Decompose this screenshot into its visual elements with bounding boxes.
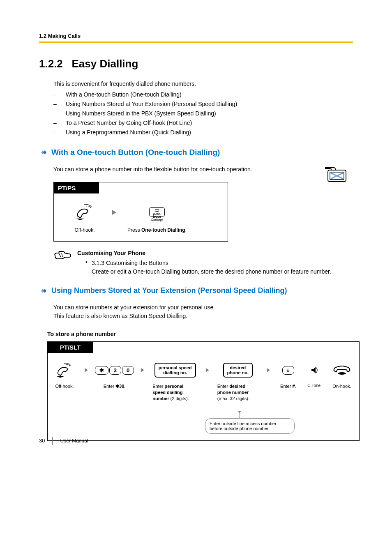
arrow-icon [205, 367, 210, 374]
procedure-title: To store a phone number [47, 331, 353, 337]
list-item: To a Preset Number by Going Off-hook (Ho… [53, 120, 353, 126]
arrow-icon [266, 367, 271, 374]
note-block: Customising Your Phone 3.1.3 Customising… [39, 250, 353, 276]
text-box-icon: desiredphone no. [217, 361, 258, 379]
one-touch-button-icon: (One-touchDialling) [126, 202, 188, 222]
step-caption: Enter ✱30. [96, 383, 133, 389]
footer-label: User Manual [60, 438, 88, 444]
zero-key: 0 [122, 366, 134, 375]
section-desc: You can store numbers at your extension … [39, 303, 353, 320]
svg-marker-13 [85, 368, 88, 372]
svg-marker-14 [141, 368, 144, 372]
bullet-dot [85, 259, 88, 276]
svg-marker-16 [267, 368, 270, 372]
svg-marker-1 [43, 150, 46, 154]
key-sequence-icon: ✱ 3 0 [96, 361, 133, 379]
diamond-icon [39, 288, 48, 294]
arrow-icon [140, 367, 145, 374]
svg-marker-19 [238, 411, 241, 413]
text-box-icon: personal speeddialling no. [152, 361, 198, 379]
page-footer: 30 User Manual [39, 437, 88, 445]
diagram-header: PT/SLT [48, 342, 93, 353]
procedure-diagram-one-touch: PT/PS Off-hook. [53, 182, 228, 242]
step-caption: Enter desired phone number (max. 32 digi… [217, 383, 258, 402]
phone-illustration-icon [322, 164, 351, 187]
section-desc: You can store a phone number into the fl… [39, 165, 353, 174]
step-caption: C.Tone [306, 383, 322, 388]
hand-pointing-icon [53, 250, 71, 276]
title-number: 1.2.2 [39, 58, 63, 70]
note-text: Create or edit a One-touch Dialling butt… [92, 268, 331, 275]
note-ref: 3.1.3 Customising the Buttons [92, 260, 168, 266]
arrow-icon [111, 209, 118, 217]
hash-key: # [282, 366, 294, 375]
svg-point-17 [338, 372, 346, 375]
diagram-header: PT/PS [54, 182, 99, 193]
procedure-diagram-store: PT/SLT Off-hook. ✱ 3 0 [47, 341, 360, 441]
section-heading: With a One-touch Button (One-touch Diall… [51, 148, 220, 157]
on-hook-icon [330, 361, 354, 379]
hint-text: Enter outside line access number before … [205, 418, 295, 434]
step-caption: Enter #. [278, 383, 298, 389]
list-item: With a One-touch Button (One-touch Diall… [53, 91, 353, 98]
list-item: Using Numbers Stored in the PBX (System … [53, 110, 353, 117]
svg-marker-12 [57, 376, 65, 378]
feature-list: With a One-touch Button (One-touch Diall… [39, 91, 353, 136]
star-key: ✱ [95, 366, 108, 375]
title-text: Easy Dialling [72, 58, 138, 70]
svg-marker-11 [43, 289, 46, 293]
svg-marker-6 [76, 219, 84, 220]
step-caption: On-hook. [330, 383, 354, 389]
step-caption: Off-hook. [58, 227, 111, 233]
list-item: Using Numbers Stored at Your Extension (… [53, 101, 353, 107]
svg-marker-7 [112, 210, 116, 215]
section-heading: Using Numbers Stored at Your Extension (… [51, 286, 287, 295]
header-rule [39, 41, 353, 43]
diamond-icon [39, 150, 48, 155]
off-hook-icon [58, 202, 111, 222]
breadcrumb: 1.2 Making Calls [39, 33, 353, 39]
three-key: 3 [109, 366, 121, 375]
step-caption: Press One-touch Dialling. [126, 227, 188, 233]
step-caption: Enter personal speed dialling number (2 … [152, 383, 198, 402]
page-number: 30 [39, 438, 45, 444]
svg-marker-15 [206, 368, 209, 372]
note-title: Customising Your Phone [77, 250, 331, 256]
hint-callout: Enter outside line access number before … [205, 418, 295, 434]
hash-key-icon: # [278, 361, 298, 379]
list-item: Using a Preprogrammed Number (Quick Dial… [53, 129, 353, 136]
page-title: 1.2.2 Easy Dialling [39, 58, 353, 70]
confirmation-tone-icon [306, 361, 322, 379]
off-hook-icon [53, 361, 76, 379]
arrow-icon [84, 367, 89, 374]
intro-text: This is convenient for frequently dialle… [39, 81, 353, 87]
step-caption: Off-hook. [53, 383, 76, 389]
